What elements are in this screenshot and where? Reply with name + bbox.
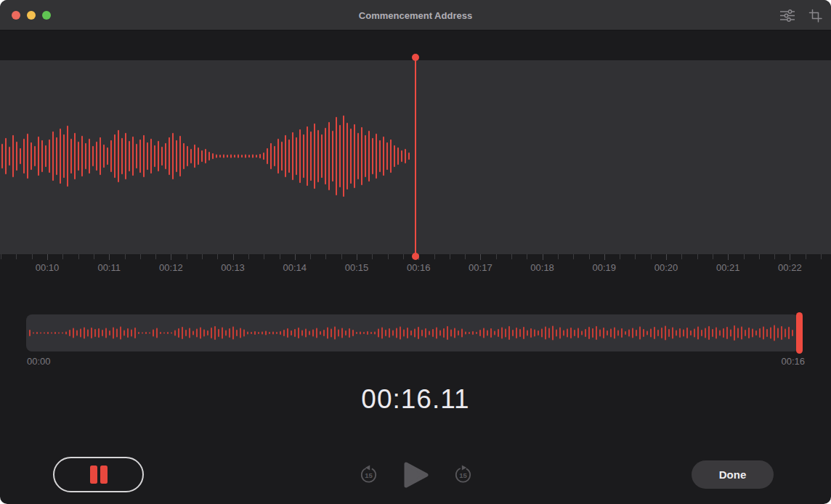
ruler-minor-tick — [388, 254, 389, 259]
ruler-minor-tick — [527, 254, 527, 259]
skip-back-15-button[interactable]: 15 — [359, 465, 378, 487]
ruler-major-tick — [357, 254, 357, 260]
skip-back-15-icon: 15 — [362, 466, 376, 482]
ruler-minor-tick — [62, 254, 63, 259]
ruler-minor-tick — [759, 254, 760, 259]
ruler-time-label: 00:22 — [778, 262, 802, 273]
ruler-time-label: 00:16 — [407, 262, 431, 273]
ruler-minor-tick — [372, 254, 373, 259]
ruler-minor-tick — [573, 254, 574, 259]
pause-button[interactable] — [53, 457, 144, 492]
overview-start-time: 00:00 — [27, 356, 51, 367]
playhead-top-dot[interactable] — [412, 54, 419, 61]
skip-forward-15-icon: 15 — [456, 466, 470, 482]
ruler-minor-tick — [558, 254, 559, 259]
waveform-settings-icon — [779, 9, 795, 22]
ruler-minor-tick — [450, 254, 450, 259]
skip-forward-15-button[interactable]: 15 — [453, 465, 473, 487]
ruler-minor-tick — [496, 254, 497, 259]
ruler-major-tick — [728, 254, 729, 260]
ruler-minor-tick — [620, 254, 620, 259]
ruler-minor-tick — [94, 254, 94, 259]
ruler-major-tick — [171, 254, 171, 260]
ruler-minor-tick — [434, 254, 435, 259]
pause-icon — [90, 466, 108, 484]
ruler-minor-tick — [697, 254, 698, 259]
ruler-time-label: 00:13 — [221, 262, 245, 273]
ruler-minor-tick — [589, 254, 590, 259]
ruler-minor-tick — [465, 254, 466, 259]
ruler-time-label: 00:14 — [283, 262, 307, 273]
ruler-major-tick — [109, 254, 110, 260]
overview-end-time: 00:16 — [781, 356, 805, 367]
ruler-minor-tick — [511, 254, 512, 259]
ruler-minor-tick — [264, 254, 264, 259]
ruler-minor-tick — [744, 254, 745, 259]
svg-text:15: 15 — [365, 471, 373, 479]
ruler-major-tick — [666, 254, 667, 260]
ruler-minor-tick — [280, 254, 280, 259]
ruler-minor-tick — [681, 254, 682, 259]
ruler-major-tick — [543, 254, 543, 260]
ruler-minor-tick — [806, 254, 806, 259]
ruler-minor-tick — [325, 254, 326, 259]
ruler-major-tick — [47, 254, 48, 260]
voice-memos-window: Commencement Address — [0, 0, 831, 504]
waveform-settings-button[interactable] — [779, 8, 796, 23]
ruler-minor-tick — [821, 254, 822, 259]
ruler-minor-tick — [155, 254, 156, 259]
ruler-time-label: 00:19 — [593, 262, 617, 273]
crop-icon — [808, 9, 822, 23]
ruler-time-label: 00:12 — [159, 262, 183, 273]
ruler-time-label: 00:10 — [36, 262, 60, 273]
ruler-time-label: 00:21 — [716, 262, 740, 273]
ruler-major-tick — [480, 254, 481, 260]
done-button[interactable]: Done — [692, 460, 774, 489]
overview-strip[interactable] — [26, 314, 799, 351]
svg-text:15: 15 — [459, 471, 467, 479]
ruler-minor-tick — [202, 254, 203, 259]
ruler-minor-tick — [125, 254, 126, 259]
ruler-minor-tick — [403, 254, 404, 259]
ruler-time-label: 00:17 — [469, 262, 492, 273]
ruler-minor-tick — [16, 254, 17, 259]
ruler-minor-tick — [713, 254, 713, 259]
playhead-bottom-dot[interactable] — [412, 253, 419, 260]
ruler-time-label: 00:18 — [530, 262, 554, 273]
ruler-time-label: 00:20 — [654, 262, 678, 273]
ruler-minor-tick — [651, 254, 652, 259]
elapsed-time-display: 00:16.11 — [0, 384, 831, 415]
ruler-minor-tick — [78, 254, 79, 259]
ruler-minor-tick — [248, 254, 249, 259]
ruler-major-tick — [295, 254, 296, 260]
play-icon — [406, 464, 426, 486]
ruler-minor-tick — [140, 254, 141, 259]
ruler-minor-tick — [341, 254, 342, 259]
ruler-time-label: 00:11 — [97, 262, 121, 273]
ruler-minor-tick — [217, 254, 218, 259]
ruler-major-tick — [233, 254, 234, 260]
ruler-major-tick — [790, 254, 790, 260]
ruler-minor-tick — [310, 254, 311, 259]
ruler-minor-tick — [32, 254, 33, 259]
overview-position-handle[interactable] — [796, 312, 803, 354]
crop-button[interactable] — [806, 8, 824, 23]
window-title: Commencement Address — [0, 0, 831, 31]
ruler-major-tick — [604, 254, 605, 260]
ruler-minor-tick — [1, 254, 1, 259]
ruler-minor-tick — [635, 254, 636, 259]
playhead[interactable] — [415, 57, 416, 256]
ruler-minor-tick — [187, 254, 187, 259]
overview-waveform — [26, 314, 799, 351]
title-bar: Commencement Address — [0, 0, 831, 31]
play-button[interactable] — [404, 462, 429, 491]
ruler-minor-tick — [774, 254, 775, 259]
ruler-time-label: 00:15 — [345, 262, 369, 273]
